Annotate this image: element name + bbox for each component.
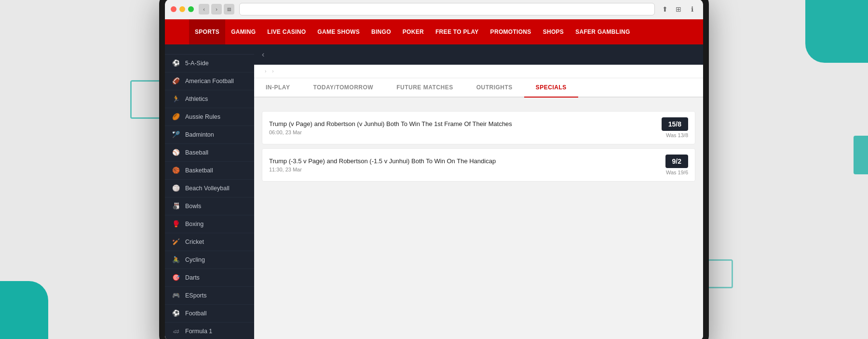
browser-reader[interactable]: ▤	[224, 4, 234, 14]
share-icon[interactable]: ⬆	[660, 4, 670, 14]
boxing-icon: 🥊	[172, 220, 180, 228]
basketball-label: Basketball	[185, 167, 213, 174]
sidebar-item-bowls[interactable]: 🎳Bowls	[165, 198, 254, 215]
tab-in-play[interactable]: IN-PLAY	[254, 78, 301, 98]
sidebar: ⚽5-A-Side🏈American Football🏃Athletics🏉Au…	[165, 44, 254, 339]
nav-item-bingo[interactable]: BINGO	[366, 19, 397, 44]
add-bookmark-icon[interactable]: ⊞	[673, 4, 684, 14]
sidebar-item-football[interactable]: ⚽Football	[165, 305, 254, 323]
nav-item-gaming[interactable]: GAMING	[225, 19, 261, 44]
sidebar-item-5-a-side[interactable]: ⚽5-A-Side	[165, 55, 254, 72]
bet-title-2: Trump (-3.5 v Page) and Robertson (-1.5 …	[269, 157, 665, 165]
bet-odds-group-1: 15/8Was 13/8	[662, 117, 688, 138]
basketball-icon: 🏀	[172, 166, 180, 175]
browser-back[interactable]: ‹	[199, 4, 209, 14]
bet-info-2: Trump (-3.5 v Page) and Robertson (-1.5 …	[269, 157, 665, 172]
browser-chrome: ‹ › ▤ ⬆ ⊞ ℹ	[165, 0, 703, 19]
5-a-side-label: 5-A-Side	[185, 60, 209, 67]
sidebar-item-athletics[interactable]: 🏃Athletics	[165, 90, 254, 108]
bowls-icon: 🎳	[172, 202, 180, 211]
darts-icon: 🎯	[172, 273, 180, 282]
sidebar-header	[165, 44, 254, 55]
nav-item-promotions[interactable]: PROMOTIONS	[485, 19, 537, 44]
football-label: Football	[185, 310, 206, 317]
nav-item-live-casino[interactable]: LIVE CASINO	[261, 19, 312, 44]
main-area: ⚽5-A-Side🏈American Football🏃Athletics🏉Au…	[165, 44, 703, 339]
bet-was-1: Was 13/8	[662, 132, 688, 138]
site-header: SPORTSGAMINGLIVE CASINOGAME SHOWSBINGOPO…	[165, 19, 703, 44]
bet-odds-group-2: 9/2Was 19/6	[665, 155, 688, 175]
boxing-label: Boxing	[185, 221, 203, 227]
browser-forward[interactable]: ›	[211, 4, 222, 14]
tabs-bar: IN-PLAYTODAY/TOMORROWFUTURE MATCHESOUTRI…	[254, 78, 703, 98]
sidebar-item-beach-volleyball[interactable]: 🏐Beach Volleyball	[165, 180, 254, 198]
nav-item-game-shows[interactable]: GAME SHOWS	[312, 19, 366, 44]
5-a-side-icon: ⚽	[172, 59, 180, 68]
tab-outrights[interactable]: OUTRIGHTS	[465, 78, 524, 98]
cycling-label: Cycling	[185, 256, 205, 263]
american-football-icon: 🏈	[172, 77, 180, 85]
sidebar-item-esports[interactable]: 🎮ESports	[165, 287, 254, 305]
content-header: ‹	[254, 44, 703, 65]
sidebar-item-darts[interactable]: 🎯Darts	[165, 269, 254, 287]
sidebar-item-formula-1[interactable]: 🏎Formula 1	[165, 323, 254, 339]
tl-maximize[interactable]	[188, 6, 194, 12]
address-bar[interactable]	[239, 3, 655, 15]
nav-item-sports[interactable]: SPORTS	[189, 19, 225, 44]
main-nav: SPORTSGAMINGLIVE CASINOGAME SHOWSBINGOPO…	[189, 19, 636, 44]
tl-close[interactable]	[171, 6, 176, 12]
browser-content: SPORTSGAMINGLIVE CASINOGAME SHOWSBINGOPO…	[165, 19, 703, 339]
cricket-label: Cricket	[185, 239, 204, 245]
sidebar-item-cricket[interactable]: 🏏Cricket	[165, 233, 254, 251]
back-button[interactable]: ‹	[262, 50, 264, 59]
american-football-label: American Football	[185, 78, 234, 85]
sidebar-items-list: ⚽5-A-Side🏈American Football🏃Athletics🏉Au…	[165, 55, 254, 339]
bet-rows: Trump (v Page) and Robertson (v Junhui) …	[262, 111, 695, 182]
athletics-icon: 🏃	[172, 95, 180, 103]
sidebar-item-baseball[interactable]: ⚾Baseball	[165, 144, 254, 162]
sidebar-item-basketball[interactable]: 🏀Basketball	[165, 162, 254, 180]
nav-item-poker[interactable]: POKER	[397, 19, 430, 44]
bet-row-2: Trump (-3.5 v Page) and Robertson (-1.5 …	[262, 148, 695, 182]
aussie-rules-label: Aussie Rules	[185, 113, 220, 120]
tab-specials[interactable]: SPECIALS	[524, 78, 578, 98]
aussie-rules-icon: 🏉	[172, 113, 180, 121]
traffic-lights	[171, 6, 194, 12]
formula-1-icon: 🏎	[172, 327, 180, 336]
tab-today-tomorrow[interactable]: TODAY/TOMORROW	[301, 78, 385, 98]
bet-odds-1[interactable]: 15/8	[662, 117, 688, 131]
bet-odds-2[interactable]: 9/2	[665, 155, 688, 168]
beach-volleyball-label: Beach Volleyball	[185, 185, 230, 192]
browser-nav-buttons: ‹ › ▤	[199, 4, 234, 14]
nav-item-safer-gambling[interactable]: SAFER GAMBLING	[570, 19, 636, 44]
sidebar-item-american-football[interactable]: 🏈American Football	[165, 72, 254, 90]
baseball-icon: ⚾	[172, 148, 180, 157]
content-area: ‹ › › IN-PLAYTODAY/TOMORROWFUTURE	[254, 44, 703, 339]
cricket-icon: 🏏	[172, 238, 180, 246]
bet-was-2: Was 19/6	[665, 170, 688, 175]
bet-title-1: Trump (v Page) and Robertson (v Junhui) …	[269, 120, 662, 127]
info-icon[interactable]: ℹ	[687, 4, 697, 14]
browser-tools: ⬆ ⊞ ℹ	[660, 4, 697, 14]
device-frame: ‹ › ▤ ⬆ ⊞ ℹ SPORTSGAMINGLIVE CASI	[159, 0, 709, 339]
athletics-label: Athletics	[185, 96, 208, 102]
baseball-label: Baseball	[185, 149, 208, 156]
tl-minimize[interactable]	[179, 6, 185, 12]
tab-future-matches[interactable]: FUTURE MATCHES	[385, 78, 464, 98]
bowls-label: Bowls	[185, 203, 201, 210]
sidebar-item-badminton[interactable]: 🏸Badminton	[165, 126, 254, 144]
bet-time-2: 11:30, 23 Mar	[269, 167, 665, 172]
breadcrumb: › ›	[254, 65, 703, 78]
sidebar-item-cycling[interactable]: 🚴Cycling	[165, 251, 254, 269]
bet-time-1: 06:00, 23 Mar	[269, 129, 662, 135]
breadcrumb-sep-2: ›	[272, 69, 273, 74]
section-title	[262, 102, 695, 111]
nav-item-free-to-play[interactable]: FREE TO PLAY	[430, 19, 485, 44]
sidebar-item-aussie-rules[interactable]: 🏉Aussie Rules	[165, 108, 254, 126]
sidebar-item-boxing[interactable]: 🥊Boxing	[165, 215, 254, 233]
bet-info-1: Trump (v Page) and Robertson (v Junhui) …	[269, 120, 662, 135]
nav-item-shops[interactable]: SHOPS	[537, 19, 570, 44]
beach-volleyball-icon: 🏐	[172, 184, 180, 193]
bet-row-1: Trump (v Page) and Robertson (v Junhui) …	[262, 111, 695, 144]
football-icon: ⚽	[172, 309, 180, 318]
